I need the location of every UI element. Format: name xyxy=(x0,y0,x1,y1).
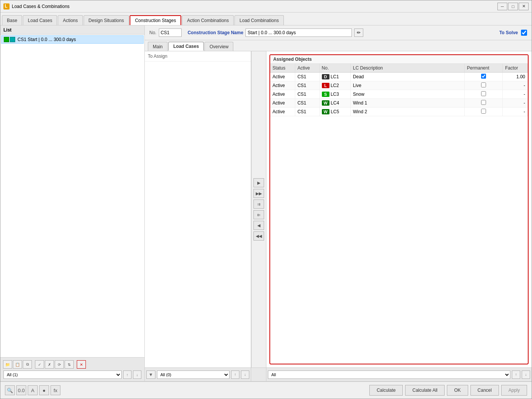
transfer-left-all[interactable]: ◀◀ xyxy=(253,231,264,241)
minimize-button[interactable]: ─ xyxy=(497,3,507,10)
left-filter-button[interactable]: ▼ xyxy=(146,370,155,379)
status-search-icon[interactable]: 🔍 xyxy=(5,385,15,395)
close-button[interactable]: ✕ xyxy=(519,3,529,10)
cell-description: Wind 2 xyxy=(350,108,464,116)
cell-no: D LC1 xyxy=(319,73,350,81)
table-row[interactable]: Active CS1 S LC3 Snow - xyxy=(270,90,528,99)
cell-permanent[interactable] xyxy=(464,99,502,108)
transfer-right-one[interactable]: ▶ xyxy=(253,178,264,187)
permanent-checkbox[interactable] xyxy=(481,74,486,79)
status-text-icon[interactable]: A xyxy=(28,385,38,395)
no-input[interactable] xyxy=(159,28,182,37)
left-sort-asc[interactable]: ↑ xyxy=(231,370,239,379)
list-header: List xyxy=(0,25,144,35)
permanent-checkbox[interactable] xyxy=(481,109,486,114)
main-window: L Load Cases & Combinations ─ □ ✕ Base L… xyxy=(0,0,532,399)
cell-no: S LC3 xyxy=(319,90,350,99)
to-solve-group: To Solve xyxy=(499,30,527,36)
statusbar: 🔍 0.0 A ● fx Calculate Calculate All OK … xyxy=(0,381,532,399)
cell-permanent[interactable] xyxy=(464,108,502,116)
copy-button[interactable]: 📋 xyxy=(13,360,22,369)
apply-button[interactable]: Apply xyxy=(501,385,527,396)
bottom-bar-transfer xyxy=(251,368,266,381)
permanent-checkbox[interactable] xyxy=(481,100,486,105)
cell-no: W LC4 xyxy=(319,99,350,108)
status-fx-icon[interactable]: fx xyxy=(51,385,60,395)
duplicate-button[interactable]: ⧉ xyxy=(23,360,32,369)
tab-load-cases[interactable]: Load Cases xyxy=(23,15,57,25)
list-toolbar: 📁 📋 ⧉ ✓ ✗ ⟳ ⇅ ✕ xyxy=(2,359,143,370)
col-no: No. xyxy=(319,64,350,73)
lc-badge: W xyxy=(322,100,329,106)
right-sort-asc[interactable]: ↑ xyxy=(512,370,520,379)
table-row[interactable]: Active CS1 D LC1 Dead 1.00 xyxy=(270,73,528,81)
bottom-bar-left: ▼ All (0) ↑ ↓ xyxy=(145,368,251,381)
edit-button[interactable]: ✏ xyxy=(354,28,363,37)
table-row[interactable]: Active CS1 W LC4 Wind 1 - xyxy=(270,99,528,108)
cell-active: CS1 xyxy=(295,108,319,116)
table-row[interactable]: Active CS1 W LC5 Wind 2 - xyxy=(270,108,528,116)
tab-action-combinations[interactable]: Action Combinations xyxy=(182,15,234,25)
list-footer: 📁 📋 ⧉ ✓ ✗ ⟳ ⇅ ✕ All (1) ↑ ↓ xyxy=(0,357,144,381)
permanent-checkbox[interactable] xyxy=(481,82,486,87)
inner-tab-main[interactable]: Main xyxy=(148,42,168,51)
calculate-all-button[interactable]: Calculate All xyxy=(405,385,445,396)
transfer-left-one[interactable]: ◀ xyxy=(253,221,264,230)
inner-tab-overview[interactable]: Overview xyxy=(204,42,233,51)
check-button[interactable]: ✓ xyxy=(35,360,44,369)
cell-permanent[interactable] xyxy=(464,90,502,99)
to-solve-checkbox[interactable] xyxy=(521,30,527,36)
statusbar-buttons: Calculate Calculate All OK Cancel Apply xyxy=(369,385,527,396)
transfer-unassign-selected[interactable]: ⇇ xyxy=(253,210,264,219)
tab-construction-stages[interactable]: Construction Stages xyxy=(130,15,181,25)
cell-status: Active xyxy=(270,81,295,90)
left-filter-select[interactable]: All (0) xyxy=(157,370,230,379)
list-sort-asc[interactable]: ↑ xyxy=(123,370,131,379)
cell-factor: - xyxy=(503,81,528,90)
inner-tabbar: Main Load Cases Overview xyxy=(145,40,532,51)
new-button[interactable]: 📁 xyxy=(3,360,12,369)
sort-button[interactable]: ⇅ xyxy=(65,360,74,369)
ok-button[interactable]: OK xyxy=(447,385,468,396)
left-sort-desc[interactable]: ↓ xyxy=(241,370,249,379)
assigned-table: Status Active No. LC Description Permane… xyxy=(270,64,528,116)
transfer-right-all[interactable]: ▶▶ xyxy=(253,189,264,198)
status-dot-icon[interactable]: ● xyxy=(39,385,49,395)
assigned-box-header: Assigned Objects xyxy=(270,55,528,64)
name-input[interactable] xyxy=(245,28,352,37)
bottom-bar-right: All ↑ ↓ xyxy=(266,368,532,381)
tab-actions[interactable]: Actions xyxy=(58,15,82,25)
table-row[interactable]: Active CS1 L LC2 Live - xyxy=(270,81,528,90)
tab-base[interactable]: Base xyxy=(2,15,22,25)
cancel-button[interactable]: Cancel xyxy=(470,385,499,396)
right-panel: No. Construction Stage Name ✏ To Solve M… xyxy=(145,25,532,381)
calculate-button[interactable]: Calculate xyxy=(369,385,403,396)
tab-design-situations[interactable]: Design Situations xyxy=(84,15,129,25)
inner-tab-load-cases[interactable]: Load Cases xyxy=(168,42,204,51)
transfer-assign-selected[interactable]: ⇉ xyxy=(253,200,264,209)
tab-load-combinations[interactable]: Load Combinations xyxy=(234,15,283,25)
right-sort-desc[interactable]: ↓ xyxy=(522,370,530,379)
permanent-checkbox[interactable] xyxy=(481,91,486,96)
status-decimal-icon[interactable]: 0.0 xyxy=(16,385,26,395)
cell-no: L LC2 xyxy=(319,81,350,90)
cell-description: Live xyxy=(350,81,464,90)
teal-icon xyxy=(10,37,15,42)
cell-permanent[interactable] xyxy=(464,81,502,90)
delete-button[interactable]: ✕ xyxy=(77,360,86,369)
cell-active: CS1 xyxy=(295,81,319,90)
name-label: Construction Stage Name xyxy=(188,30,244,35)
maximize-button[interactable]: □ xyxy=(508,3,518,10)
right-filter-select[interactable]: All xyxy=(268,370,510,379)
col-active: Active xyxy=(295,64,319,73)
lc-badge: L xyxy=(322,83,329,88)
window-controls: ─ □ ✕ xyxy=(497,3,529,10)
uncheck-button[interactable]: ✗ xyxy=(45,360,54,369)
to-assign-header: To Assign xyxy=(145,51,251,62)
cell-permanent[interactable] xyxy=(464,73,502,81)
renumber-button[interactable]: ⟳ xyxy=(55,360,64,369)
list-filter-select[interactable]: All (1) xyxy=(3,370,122,379)
no-group: No. xyxy=(149,28,182,37)
list-sort-desc[interactable]: ↓ xyxy=(133,370,141,379)
list-item[interactable]: CS1 Start | 0.0 ... 300.0 days xyxy=(1,35,144,44)
